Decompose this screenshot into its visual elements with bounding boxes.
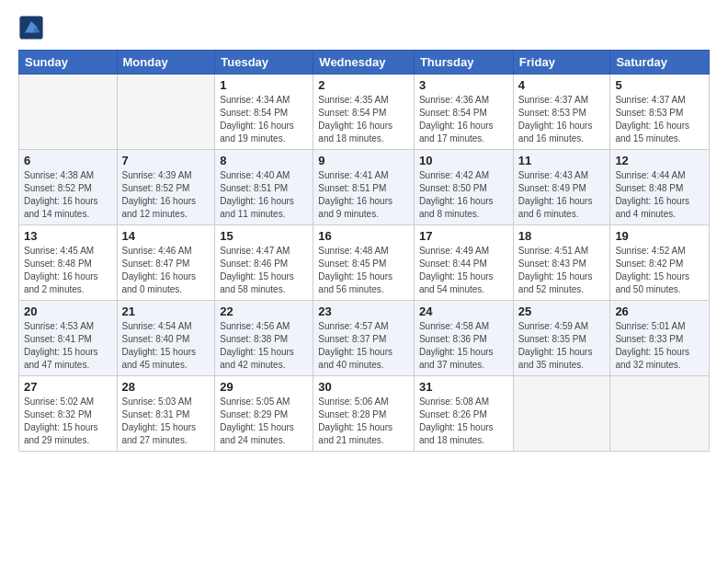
day-info: Sunrise: 4:53 AM Sunset: 8:41 PM Dayligh… — [24, 320, 112, 372]
day-number: 2 — [318, 78, 409, 92]
calendar: SundayMondayTuesdayWednesdayThursdayFrid… — [18, 50, 710, 452]
calendar-cell: 19Sunrise: 4:52 AM Sunset: 8:42 PM Dayli… — [610, 225, 710, 301]
day-number: 12 — [615, 154, 704, 167]
calendar-cell: 27Sunrise: 5:02 AM Sunset: 8:32 PM Dayli… — [19, 376, 118, 452]
day-info: Sunrise: 4:40 AM Sunset: 8:51 PM Dayligh… — [220, 169, 308, 221]
calendar-cell: 6Sunrise: 4:38 AM Sunset: 8:52 PM Daylig… — [19, 150, 118, 225]
calendar-week-row: 13Sunrise: 4:45 AM Sunset: 8:48 PM Dayli… — [19, 225, 710, 301]
logo — [18, 15, 46, 40]
day-info: Sunrise: 4:48 AM Sunset: 8:45 PM Dayligh… — [318, 245, 409, 296]
calendar-cell — [19, 75, 118, 150]
day-info: Sunrise: 4:34 AM Sunset: 8:54 PM Dayligh… — [220, 94, 308, 145]
day-info: Sunrise: 4:58 AM Sunset: 8:36 PM Dayligh… — [419, 320, 508, 372]
day-info: Sunrise: 4:54 AM Sunset: 8:40 PM Dayligh… — [122, 320, 210, 372]
calendar-cell: 24Sunrise: 4:58 AM Sunset: 8:36 PM Dayli… — [414, 301, 513, 376]
calendar-cell: 9Sunrise: 4:41 AM Sunset: 8:51 PM Daylig… — [313, 150, 415, 225]
day-info: Sunrise: 4:41 AM Sunset: 8:51 PM Dayligh… — [318, 169, 409, 221]
day-info: Sunrise: 4:35 AM Sunset: 8:54 PM Dayligh… — [318, 94, 409, 145]
day-info: Sunrise: 5:02 AM Sunset: 8:32 PM Dayligh… — [24, 396, 112, 447]
calendar-cell: 12Sunrise: 4:44 AM Sunset: 8:48 PM Dayli… — [610, 150, 710, 225]
calendar-cell: 23Sunrise: 4:57 AM Sunset: 8:37 PM Dayli… — [313, 301, 415, 376]
day-number: 5 — [615, 78, 704, 92]
day-number: 24 — [419, 304, 508, 318]
calendar-cell: 22Sunrise: 4:56 AM Sunset: 8:38 PM Dayli… — [215, 301, 313, 376]
day-info: Sunrise: 4:43 AM Sunset: 8:49 PM Dayligh… — [518, 169, 606, 221]
day-info: Sunrise: 4:37 AM Sunset: 8:53 PM Dayligh… — [518, 94, 606, 145]
calendar-cell: 25Sunrise: 4:59 AM Sunset: 8:35 PM Dayli… — [513, 301, 610, 376]
calendar-cell: 10Sunrise: 4:42 AM Sunset: 8:50 PM Dayli… — [414, 150, 513, 225]
day-info: Sunrise: 4:52 AM Sunset: 8:42 PM Dayligh… — [615, 245, 704, 296]
calendar-cell: 15Sunrise: 4:47 AM Sunset: 8:46 PM Dayli… — [215, 225, 313, 301]
calendar-cell: 18Sunrise: 4:51 AM Sunset: 8:43 PM Dayli… — [513, 225, 610, 301]
day-number: 19 — [615, 229, 704, 243]
calendar-cell: 17Sunrise: 4:49 AM Sunset: 8:44 PM Dayli… — [414, 225, 513, 301]
day-info: Sunrise: 5:01 AM Sunset: 8:33 PM Dayligh… — [615, 320, 704, 372]
day-number: 11 — [518, 154, 606, 167]
calendar-header-thursday: Thursday — [414, 51, 513, 75]
calendar-cell: 30Sunrise: 5:06 AM Sunset: 8:28 PM Dayli… — [313, 376, 415, 452]
calendar-cell: 4Sunrise: 4:37 AM Sunset: 8:53 PM Daylig… — [513, 75, 610, 150]
calendar-cell: 20Sunrise: 4:53 AM Sunset: 8:41 PM Dayli… — [19, 301, 118, 376]
day-number: 21 — [122, 304, 210, 318]
calendar-cell: 28Sunrise: 5:03 AM Sunset: 8:31 PM Dayli… — [117, 376, 215, 452]
day-number: 20 — [24, 304, 112, 318]
day-info: Sunrise: 4:46 AM Sunset: 8:47 PM Dayligh… — [122, 245, 210, 296]
calendar-week-row: 6Sunrise: 4:38 AM Sunset: 8:52 PM Daylig… — [19, 150, 710, 225]
day-number: 29 — [220, 380, 308, 394]
calendar-header-tuesday: Tuesday — [215, 51, 313, 75]
day-number: 16 — [318, 229, 409, 243]
day-number: 14 — [122, 229, 210, 243]
day-number: 6 — [24, 154, 112, 167]
day-info: Sunrise: 4:49 AM Sunset: 8:44 PM Dayligh… — [419, 245, 508, 296]
calendar-cell: 29Sunrise: 5:05 AM Sunset: 8:29 PM Dayli… — [215, 376, 313, 452]
day-info: Sunrise: 4:37 AM Sunset: 8:53 PM Dayligh… — [615, 94, 704, 145]
calendar-cell: 13Sunrise: 4:45 AM Sunset: 8:48 PM Dayli… — [19, 225, 118, 301]
calendar-week-row: 20Sunrise: 4:53 AM Sunset: 8:41 PM Dayli… — [19, 301, 710, 376]
day-number: 22 — [220, 304, 308, 318]
day-number: 27 — [24, 380, 112, 394]
day-info: Sunrise: 4:45 AM Sunset: 8:48 PM Dayligh… — [24, 245, 112, 296]
day-info: Sunrise: 4:36 AM Sunset: 8:54 PM Dayligh… — [419, 94, 508, 145]
day-number: 15 — [220, 229, 308, 243]
day-number: 4 — [518, 78, 606, 92]
logo-icon — [18, 15, 44, 40]
page: SundayMondayTuesdayWednesdayThursdayFrid… — [0, 0, 728, 461]
calendar-cell: 5Sunrise: 4:37 AM Sunset: 8:53 PM Daylig… — [610, 75, 710, 150]
day-number: 28 — [122, 380, 210, 394]
calendar-cell: 11Sunrise: 4:43 AM Sunset: 8:49 PM Dayli… — [513, 150, 610, 225]
day-number: 31 — [419, 380, 508, 394]
calendar-cell: 14Sunrise: 4:46 AM Sunset: 8:47 PM Dayli… — [117, 225, 215, 301]
day-info: Sunrise: 4:47 AM Sunset: 8:46 PM Dayligh… — [220, 245, 308, 296]
day-info: Sunrise: 5:06 AM Sunset: 8:28 PM Dayligh… — [318, 396, 409, 447]
day-number: 10 — [419, 154, 508, 167]
calendar-header-row: SundayMondayTuesdayWednesdayThursdayFrid… — [19, 51, 710, 75]
day-info: Sunrise: 4:51 AM Sunset: 8:43 PM Dayligh… — [518, 245, 606, 296]
day-info: Sunrise: 5:05 AM Sunset: 8:29 PM Dayligh… — [220, 396, 308, 447]
calendar-cell: 3Sunrise: 4:36 AM Sunset: 8:54 PM Daylig… — [414, 75, 513, 150]
header — [18, 15, 710, 40]
calendar-cell — [117, 75, 215, 150]
calendar-cell: 7Sunrise: 4:39 AM Sunset: 8:52 PM Daylig… — [117, 150, 215, 225]
calendar-header-sunday: Sunday — [19, 51, 118, 75]
day-info: Sunrise: 4:59 AM Sunset: 8:35 PM Dayligh… — [518, 320, 606, 372]
day-info: Sunrise: 5:08 AM Sunset: 8:26 PM Dayligh… — [419, 396, 508, 447]
calendar-cell: 8Sunrise: 4:40 AM Sunset: 8:51 PM Daylig… — [215, 150, 313, 225]
calendar-body: 1Sunrise: 4:34 AM Sunset: 8:54 PM Daylig… — [19, 75, 710, 452]
day-number: 17 — [419, 229, 508, 243]
calendar-header-wednesday: Wednesday — [313, 51, 415, 75]
day-info: Sunrise: 4:57 AM Sunset: 8:37 PM Dayligh… — [318, 320, 409, 372]
calendar-cell: 21Sunrise: 4:54 AM Sunset: 8:40 PM Dayli… — [117, 301, 215, 376]
calendar-week-row: 27Sunrise: 5:02 AM Sunset: 8:32 PM Dayli… — [19, 376, 710, 452]
day-number: 18 — [518, 229, 606, 243]
day-number: 13 — [24, 229, 112, 243]
calendar-week-row: 1Sunrise: 4:34 AM Sunset: 8:54 PM Daylig… — [19, 75, 710, 150]
day-number: 8 — [220, 154, 308, 167]
day-number: 9 — [318, 154, 409, 167]
day-number: 1 — [220, 78, 308, 92]
calendar-cell: 2Sunrise: 4:35 AM Sunset: 8:54 PM Daylig… — [313, 75, 415, 150]
calendar-cell — [610, 376, 710, 452]
day-number: 25 — [518, 304, 606, 318]
day-number: 7 — [122, 154, 210, 167]
calendar-header-monday: Monday — [117, 51, 215, 75]
calendar-header-saturday: Saturday — [610, 51, 710, 75]
